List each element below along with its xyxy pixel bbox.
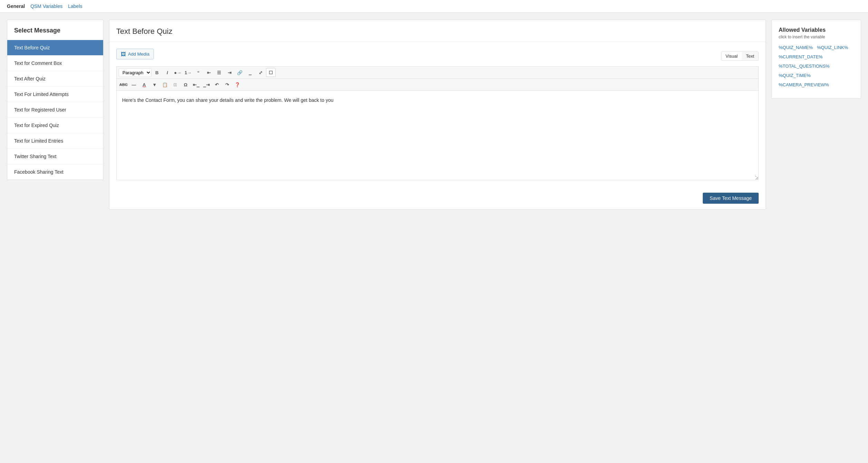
indent-increase-button[interactable]: ⎯⇥ bbox=[201, 80, 211, 89]
add-media-button[interactable]: 🖼 Add Media bbox=[116, 49, 154, 59]
visual-view-button[interactable]: Visual bbox=[721, 52, 742, 60]
horizontal-rule-button[interactable]: — bbox=[129, 80, 139, 89]
nav-general[interactable]: General bbox=[7, 3, 25, 9]
sidebar-item-text-limited-entries[interactable]: Text for Limited Entries bbox=[7, 133, 103, 149]
paste-text-button[interactable]: 📋 bbox=[160, 80, 170, 89]
sidebar-item-text-limited-attempts[interactable]: Text For Limited Attempts bbox=[7, 87, 103, 102]
add-media-icon: 🖼 bbox=[121, 51, 126, 57]
italic-button[interactable]: I bbox=[162, 68, 172, 77]
read-more-button[interactable]: ⎯ bbox=[245, 68, 255, 77]
var-row-1: %QUIZ_NAME% %QUIZ_LINK% bbox=[779, 45, 854, 50]
var-current-date[interactable]: %CURRENT_DATE% bbox=[779, 54, 823, 59]
sidebar-item-facebook-sharing[interactable]: Facebook Sharing Text bbox=[7, 164, 103, 180]
align-left-button[interactable]: ⇤ bbox=[204, 68, 214, 77]
var-quiz-time[interactable]: %QUIZ_TIME% bbox=[779, 73, 810, 78]
var-total-questions[interactable]: %TOTAL_QUESTIONS% bbox=[779, 64, 830, 69]
align-center-button[interactable]: ☰ bbox=[214, 68, 224, 77]
ordered-list-button[interactable]: 1→ bbox=[183, 68, 193, 77]
sidebar-item-text-after-quiz[interactable]: Text After Quiz bbox=[7, 71, 103, 87]
unordered-list-button[interactable]: ●→ bbox=[173, 68, 183, 77]
save-text-message-button[interactable]: Save Text Message bbox=[703, 193, 759, 204]
sidebar: Select Message Text Before Quiz Text for… bbox=[7, 20, 103, 180]
resize-handle[interactable]: ⌞ bbox=[755, 172, 757, 179]
var-row-3: %TOTAL_QUESTIONS% bbox=[779, 64, 854, 69]
sidebar-item-twitter-sharing[interactable]: Twitter Sharing Text bbox=[7, 149, 103, 164]
var-quiz-name[interactable]: %QUIZ_NAME% bbox=[779, 45, 813, 50]
var-camera-preview[interactable]: %CAMERA_PREVIEW% bbox=[779, 82, 829, 87]
help-button[interactable]: ❓ bbox=[233, 80, 242, 89]
sidebar-item-text-before-quiz[interactable]: Text Before Quiz bbox=[7, 40, 103, 56]
editor-title: Text Before Quiz bbox=[109, 20, 766, 42]
var-row-2: %CURRENT_DATE% bbox=[779, 54, 854, 59]
nav-labels[interactable]: Labels bbox=[68, 3, 82, 9]
nav-qsm-variables[interactable]: QSM Variables bbox=[30, 3, 62, 9]
sidebar-item-text-comment-box[interactable]: Text for Comment Box bbox=[7, 56, 103, 71]
sidebar-title: Select Message bbox=[7, 20, 103, 40]
undo-button[interactable]: ↶ bbox=[212, 80, 221, 89]
var-row-5: %CAMERA_PREVIEW% bbox=[779, 82, 854, 87]
toolbar-row-2: ABC — A ▼ 📋 🔗⃠ Ω ⇤⎯ ⎯⇥ ↶ ↷ ❓ bbox=[117, 79, 758, 90]
main-container: Select Message Text Before Quiz Text for… bbox=[0, 13, 868, 216]
top-navigation: General QSM Variables Labels bbox=[0, 0, 868, 13]
text-color-dropdown[interactable]: ▼ bbox=[150, 80, 159, 89]
fullscreen-button[interactable]: ⤢ bbox=[256, 68, 265, 77]
text-view-button[interactable]: Text bbox=[742, 52, 758, 60]
editor-body: 🖼 Add Media Visual Text Paragraph B I bbox=[109, 42, 766, 187]
align-right-button[interactable]: ⇥ bbox=[225, 68, 234, 77]
clear-format-button[interactable]: 🔗⃠ bbox=[170, 80, 180, 89]
bold-button[interactable]: B bbox=[152, 68, 162, 77]
editor-panel: Text Before Quiz 🖼 Add Media Visual Text… bbox=[109, 20, 766, 210]
indent-decrease-button[interactable]: ⇤⎯ bbox=[191, 80, 201, 89]
redo-button[interactable]: ↷ bbox=[222, 80, 232, 89]
var-quiz-link[interactable]: %QUIZ_LINK% bbox=[817, 45, 848, 50]
more-button[interactable]: ☐ bbox=[266, 68, 276, 77]
sidebar-item-text-registered-user[interactable]: Text for Registered User bbox=[7, 102, 103, 118]
variables-subtitle: click to insert the variable bbox=[779, 35, 854, 39]
text-color-button[interactable]: A bbox=[139, 80, 149, 89]
variables-title: Allowed Variables bbox=[779, 27, 854, 33]
toolbar-row-1: Paragraph B I ●→ 1→ “ ⇤ ☰ ⇥ 🔗 ⎯ ⤢ ☐ bbox=[117, 67, 758, 79]
editor-toolbar: Paragraph B I ●→ 1→ “ ⇤ ☰ ⇥ 🔗 ⎯ ⤢ ☐ bbox=[116, 66, 759, 90]
view-toggle: Visual Text bbox=[721, 51, 759, 61]
abc-button[interactable]: ABC bbox=[119, 80, 128, 89]
editor-top-bar: 🖼 Add Media Visual Text bbox=[116, 49, 759, 64]
editor-footer: Save Text Message bbox=[109, 187, 766, 209]
variables-panel: Allowed Variables click to insert the va… bbox=[771, 20, 861, 99]
editor-content-area[interactable]: Here's the Contact Form, you can share y… bbox=[116, 90, 759, 180]
link-button[interactable]: 🔗 bbox=[235, 68, 245, 77]
blockquote-button[interactable]: “ bbox=[194, 68, 203, 77]
sidebar-item-text-expired-quiz[interactable]: Text for Expired Quiz bbox=[7, 118, 103, 133]
paragraph-select[interactable]: Paragraph bbox=[119, 68, 151, 77]
special-chars-button[interactable]: Ω bbox=[181, 80, 190, 89]
var-row-4: %QUIZ_TIME% bbox=[779, 73, 854, 78]
